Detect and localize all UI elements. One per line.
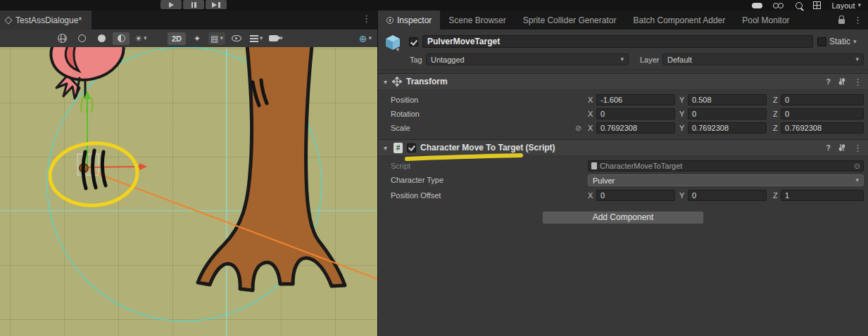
transform-header[interactable]: ▾ Transform ? ⋮ — [378, 73, 868, 90]
titlebar: Layout ▾ — [0, 0, 868, 11]
layout-dropdown[interactable]: Layout ▾ — [831, 1, 861, 10]
foldout-icon[interactable]: ▾ — [384, 144, 392, 152]
scene-viewport[interactable] — [0, 47, 378, 336]
circle-outline-tool-button[interactable] — [73, 32, 90, 45]
inspector-icon — [386, 17, 394, 24]
chevron-down-icon: ▾ — [855, 177, 859, 183]
static-dropdown-caret[interactable]: ▾ — [853, 39, 857, 45]
presets-icon[interactable] — [838, 77, 846, 86]
constrain-proportions-icon[interactable]: ⊘ — [575, 124, 581, 133]
eye-icon — [232, 35, 241, 41]
inspector-menu-icon[interactable]: ⋮ — [853, 15, 862, 25]
scale-x-field[interactable]: 0.7692308 — [596, 122, 675, 134]
layout-grid-icon[interactable] — [813, 1, 821, 9]
tab-inspector[interactable]: Inspector — [378, 11, 440, 30]
scene-toolbar: ☀ ▾ 2D ✦ ▤ ▾ ▾ ▾ ⊕ ▾ — [0, 30, 378, 47]
component-menu-icon[interactable]: ⋮ — [853, 143, 862, 153]
step-button[interactable] — [206, 0, 227, 9]
camera-icon — [269, 35, 278, 41]
tag-label: Tag — [410, 56, 422, 64]
tree-trunk-sprite — [198, 47, 345, 290]
position-offset-label: Position Offset — [391, 191, 441, 200]
rotation-x-field[interactable]: 0 — [596, 108, 675, 119]
light-tool-button[interactable]: ☀ ▾ — [132, 32, 149, 45]
chevron-down-icon: ▾ — [369, 35, 372, 41]
layer-dropdown[interactable]: Default ▾ — [662, 53, 864, 65]
character-type-label: Character Type — [391, 176, 444, 184]
offset-y-field[interactable]: 0 — [688, 190, 767, 201]
gameobject-active-checkbox[interactable] — [409, 37, 418, 46]
2d-mode-toggle[interactable]: 2D — [168, 32, 186, 45]
component-menu-icon[interactable]: ⋮ — [853, 77, 862, 86]
globe-icon — [58, 34, 67, 43]
icon-picker-caret[interactable]: ▾ — [396, 46, 399, 53]
globe-tool-button[interactable] — [54, 32, 70, 45]
wand-tool-button[interactable]: ✦ — [189, 32, 206, 45]
chevron-down-icon: ▾ — [220, 35, 223, 41]
circle-filled-tool-button[interactable] — [93, 32, 110, 45]
chevron-down-icon: ▾ — [855, 56, 859, 63]
play-button[interactable] — [161, 0, 182, 9]
pause-button[interactable] — [183, 0, 204, 9]
script-enabled-checkbox[interactable] — [407, 143, 416, 153]
position-y-field[interactable]: 0.508 — [688, 94, 767, 105]
scale-y-field[interactable]: 0.7692308 — [688, 122, 767, 134]
search-icon[interactable] — [795, 2, 803, 9]
tab-scene-view[interactable]: TestAssDialogue* — [0, 11, 92, 30]
play-icon — [169, 2, 174, 8]
transform-icon — [392, 77, 402, 86]
circle-half-tool-button[interactable] — [113, 32, 130, 45]
offset-x-field[interactable]: 0 — [596, 190, 675, 201]
scale-row: Scale ⊘ X 0.7692308 Y 0.7692308 Z 0.7692… — [378, 121, 868, 135]
foldout-icon[interactable]: ▾ — [384, 78, 392, 86]
camera-button[interactable]: ▾ — [268, 32, 284, 45]
offset-z-field[interactable]: 1 — [781, 190, 864, 201]
position-x-field[interactable]: -1.606 — [596, 94, 675, 105]
lock-icon[interactable] — [838, 19, 845, 24]
scene-icon — [4, 16, 12, 24]
position-label: Position — [391, 96, 418, 104]
tab-sprite-collider-generator[interactable]: Sprite Collider Generator — [515, 11, 625, 30]
help-icon[interactable]: ? — [826, 77, 831, 86]
layers-button[interactable]: ▾ — [248, 32, 265, 45]
gizmo-sphere-icon: ⊕ — [359, 34, 367, 44]
script-component-header[interactable]: ▾ # Character Move To Target (Script) ? … — [378, 139, 868, 156]
chevron-down-icon: ▾ — [144, 35, 147, 41]
add-component-button[interactable]: Add Component — [542, 211, 704, 224]
gizmos-button[interactable]: ⊕ ▾ — [357, 32, 374, 45]
layers-grid-icon: ▤ — [210, 34, 218, 43]
script-object-field[interactable]: CharacterMoveToTarget ⊙ — [588, 160, 864, 172]
visibility-button[interactable] — [228, 32, 245, 45]
script-row: Script CharacterMoveToTarget ⊙ — [378, 159, 868, 173]
presets-icon[interactable] — [838, 143, 846, 152]
script-component-title: Character Move To Target (Script) — [420, 143, 555, 153]
account-icon[interactable] — [773, 2, 785, 9]
static-checkbox[interactable] — [817, 37, 826, 46]
chevron-down-icon: ▾ — [620, 56, 624, 63]
character-type-dropdown[interactable]: Pulver ▾ — [588, 174, 864, 186]
cloud-icon[interactable] — [752, 3, 762, 8]
tab-pool-monitor[interactable]: Pool Monitor — [734, 11, 798, 30]
object-picker-icon[interactable]: ⊙ — [854, 162, 860, 171]
circle-half-icon — [118, 34, 125, 42]
tab-batch-component-adder[interactable]: Batch Component Adder — [624, 11, 734, 30]
layout-label: Layout — [831, 1, 855, 10]
gameobject-cube-icon[interactable] — [384, 33, 402, 51]
chevron-down-icon: ▾ — [857, 2, 861, 8]
rotation-y-field[interactable]: 0 — [688, 108, 767, 119]
rotation-label: Rotation — [391, 110, 420, 118]
pause-icon — [191, 2, 194, 8]
tab-scene-browser[interactable]: Scene Browser — [440, 11, 514, 30]
tag-dropdown[interactable]: Untagged ▾ — [426, 53, 629, 65]
gameobject-name-field[interactable]: PulverMoveTarget — [422, 35, 813, 48]
y-axis-label: Y — [679, 96, 684, 104]
shading-mode-button[interactable]: ▤ ▾ — [208, 32, 225, 45]
scene-panel-menu-icon[interactable]: ⋮ — [362, 14, 371, 23]
sun-icon: ☀ — [134, 34, 142, 43]
position-z-field[interactable]: 0 — [781, 94, 864, 105]
rotation-z-field[interactable]: 0 — [781, 108, 864, 119]
scale-z-field[interactable]: 0.7692308 — [781, 122, 864, 134]
help-icon[interactable]: ? — [826, 143, 831, 152]
position-offset-row: Position Offset X 0 Y 0 Z 1 — [378, 188, 868, 202]
stacked-layers-icon — [250, 35, 258, 37]
